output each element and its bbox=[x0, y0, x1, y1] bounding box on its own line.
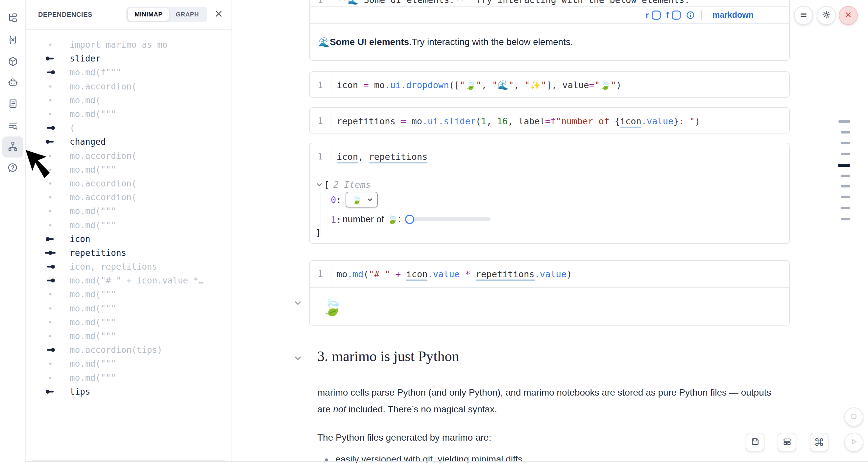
minimap-item-label: slider bbox=[70, 54, 101, 63]
minimap-item[interactable]: mo.accordion( bbox=[26, 80, 231, 93]
slider-label: number of 🍃: bbox=[343, 214, 401, 225]
minimap-item[interactable]: mo.accordion( bbox=[26, 190, 231, 204]
minimap-item[interactable]: icon, repetitions bbox=[26, 260, 231, 274]
minimap-item[interactable]: mo.md(""" bbox=[26, 357, 231, 371]
output-bold-text: Some UI elements. bbox=[330, 37, 412, 48]
view-mode-tabs: MINIMAP GRAPH bbox=[126, 7, 207, 22]
section-collapse-chevron[interactable] bbox=[293, 354, 302, 362]
tree-item-count: 2 Items bbox=[333, 180, 371, 190]
minimap-item[interactable]: import marimo as mo bbox=[26, 38, 231, 52]
scroll-minimap-bar[interactable] bbox=[841, 207, 850, 209]
minimap-item[interactable]: slider bbox=[26, 52, 231, 65]
minimap-item[interactable]: ( bbox=[26, 121, 231, 135]
slider-thumb[interactable] bbox=[405, 215, 414, 224]
minimap-item[interactable]: repetitions bbox=[26, 246, 231, 260]
cell-dropdown[interactable]: 1 icon = mo.ui.dropdown(["🍃", "🌊", "✨"],… bbox=[309, 71, 790, 98]
scroll-minimap-bar[interactable] bbox=[841, 175, 850, 177]
save-button[interactable] bbox=[746, 433, 765, 452]
minimap-item[interactable]: icon bbox=[26, 232, 231, 246]
hamburger-icon bbox=[799, 10, 808, 21]
minimap-item-label: mo.accordion( bbox=[70, 179, 137, 188]
logs-button[interactable] bbox=[2, 94, 23, 115]
stop-square-icon bbox=[849, 411, 859, 423]
tab-minimap[interactable]: MINIMAP bbox=[128, 8, 169, 21]
output-collapse-chevron[interactable] bbox=[293, 299, 302, 307]
scroll-minimap-bar-active[interactable] bbox=[838, 164, 850, 167]
r-checkbox[interactable] bbox=[652, 10, 661, 20]
minimap-item-label: mo.md(""" bbox=[70, 220, 116, 230]
minimap-item[interactable]: mo.md(""" bbox=[26, 287, 231, 301]
scroll-minimap-bar[interactable] bbox=[841, 131, 850, 133]
variables-button[interactable] bbox=[2, 30, 23, 51]
minimap-item[interactable]: mo.md(""" bbox=[26, 315, 231, 329]
minimap-item[interactable]: mo.md(""" bbox=[26, 302, 231, 315]
keyboard-shortcuts-button[interactable]: ⌘ bbox=[810, 433, 829, 452]
tree-row1-index: 1: bbox=[331, 215, 342, 225]
scroll-minimap-bar[interactable] bbox=[838, 120, 850, 123]
scroll-minimap-bar[interactable] bbox=[841, 185, 850, 187]
tab-graph[interactable]: GRAPH bbox=[169, 8, 206, 21]
shutdown-button[interactable] bbox=[839, 6, 858, 25]
cell-code-clipped[interactable]: 1 **🌊 Some UI elements.** Try interactin… bbox=[310, 0, 789, 6]
ai-assistant-button[interactable] bbox=[2, 73, 23, 94]
packages-button[interactable] bbox=[2, 52, 23, 73]
menu-button[interactable] bbox=[794, 6, 813, 25]
minimap-item[interactable]: mo.md(""" bbox=[26, 107, 231, 121]
scroll-minimap-bar[interactable] bbox=[841, 142, 850, 144]
minimap-item[interactable]: mo.md("# " + icon.value *… bbox=[26, 274, 231, 287]
help-button[interactable] bbox=[2, 158, 23, 179]
gear-icon bbox=[821, 10, 831, 21]
gutter-divider bbox=[331, 112, 332, 130]
minimap-item[interactable]: mo.md( bbox=[26, 93, 231, 107]
package-cube-icon bbox=[7, 56, 19, 68]
tree-collapse-chevron[interactable] bbox=[316, 181, 323, 189]
layout-button[interactable] bbox=[778, 433, 796, 452]
slider-track[interactable] bbox=[410, 217, 491, 221]
minimap-item-label: mo.md(""" bbox=[70, 165, 116, 175]
minimap-item-label: mo.md(""" bbox=[70, 317, 116, 327]
cell-md-heading[interactable]: 1 mo.md("# " + icon.value * repetitions.… bbox=[309, 260, 790, 326]
scroll-minimap-bar[interactable] bbox=[841, 196, 850, 198]
minimap-item-label: icon bbox=[70, 234, 90, 244]
help-bubble-icon bbox=[7, 162, 19, 175]
icon-dropdown-select[interactable]: 🍃 bbox=[346, 192, 378, 208]
cell-output-intro: 🌊 Some UI elements. Try interacting with… bbox=[310, 24, 789, 60]
minimap-item[interactable]: changed bbox=[26, 135, 231, 149]
minimap-item[interactable]: mo.accordion(tips) bbox=[26, 343, 231, 357]
minimap-item[interactable]: mo.md(""" bbox=[26, 204, 231, 218]
panel-close-button[interactable] bbox=[214, 9, 223, 20]
close-x-icon bbox=[843, 10, 853, 21]
minimap-item[interactable]: mo.md(""" bbox=[26, 371, 231, 385]
close-icon bbox=[214, 9, 223, 20]
bottom-divider bbox=[26, 461, 868, 462]
dependencies-panel-header: DEPENDENCIES MINIMAP GRAPH bbox=[26, 0, 231, 30]
info-icon[interactable] bbox=[686, 11, 695, 20]
stop-button[interactable] bbox=[844, 407, 863, 427]
minimap-item[interactable]: mo.md(""" bbox=[26, 329, 231, 343]
scroll-minimap-bar[interactable] bbox=[841, 218, 850, 220]
minimap-item[interactable]: mo.md(""" bbox=[26, 218, 231, 232]
floppy-save-icon bbox=[750, 437, 760, 448]
minimap-item[interactable]: tips bbox=[26, 385, 231, 399]
f-checkbox[interactable] bbox=[672, 10, 681, 20]
settings-button[interactable] bbox=[817, 6, 836, 25]
minimap-item[interactable]: mo.md(f""" bbox=[26, 65, 231, 79]
tree-output: [ 2 Items 0: 🍃 1: number of 🍃: ] bbox=[310, 170, 789, 245]
minimap-item-label: mo.md( bbox=[70, 95, 101, 105]
minimap-list: import marimo as moslidermo.md(f"""mo.ac… bbox=[26, 30, 231, 399]
line-number: 1 bbox=[310, 152, 331, 161]
variables-icon bbox=[7, 34, 19, 47]
outline-search-button[interactable] bbox=[2, 116, 23, 137]
minimap-item-label: ( bbox=[70, 123, 75, 133]
cell-tuple[interactable]: 1 icon, repetitions [ 2 Items 0: 🍃 1: nu… bbox=[309, 143, 790, 244]
gutter-divider bbox=[331, 0, 332, 6]
run-button[interactable] bbox=[844, 433, 863, 452]
dependencies-button[interactable] bbox=[2, 136, 23, 157]
line-number: 1 bbox=[310, 0, 331, 6]
code-line: icon = mo.ui.dropdown(["🍃", "🌊", "✨"], v… bbox=[337, 80, 621, 90]
language-badge[interactable]: markdown bbox=[712, 10, 753, 20]
file-explorer-button[interactable] bbox=[2, 8, 23, 30]
scroll-minimap-bar[interactable] bbox=[841, 153, 850, 155]
cell-slider[interactable]: 1 repetitions = mo.ui.slider(1, 16, labe… bbox=[309, 107, 790, 133]
gutter-divider bbox=[331, 265, 332, 283]
